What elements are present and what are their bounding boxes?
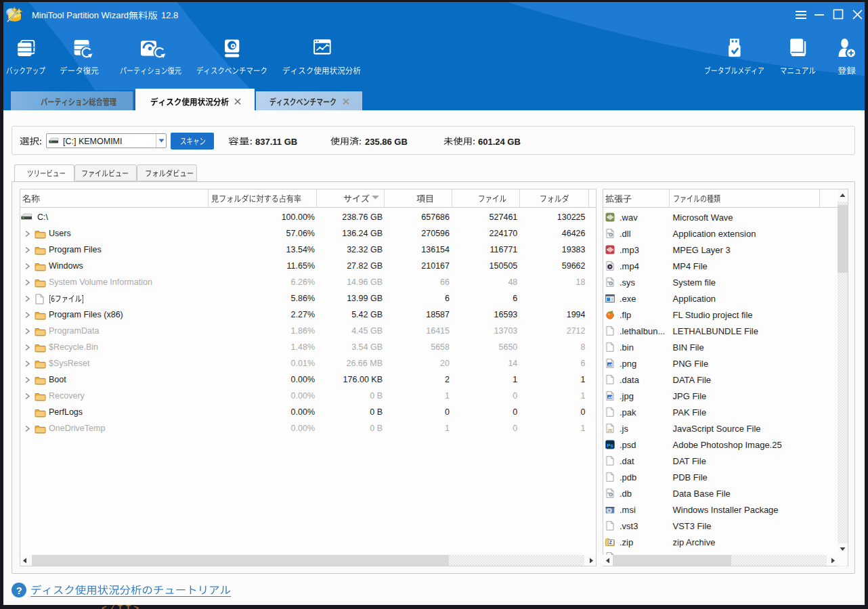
svg-text:Z: Z bbox=[609, 540, 611, 545]
svg-text:JS: JS bbox=[607, 428, 612, 432]
svg-text:Ps: Ps bbox=[607, 443, 613, 449]
